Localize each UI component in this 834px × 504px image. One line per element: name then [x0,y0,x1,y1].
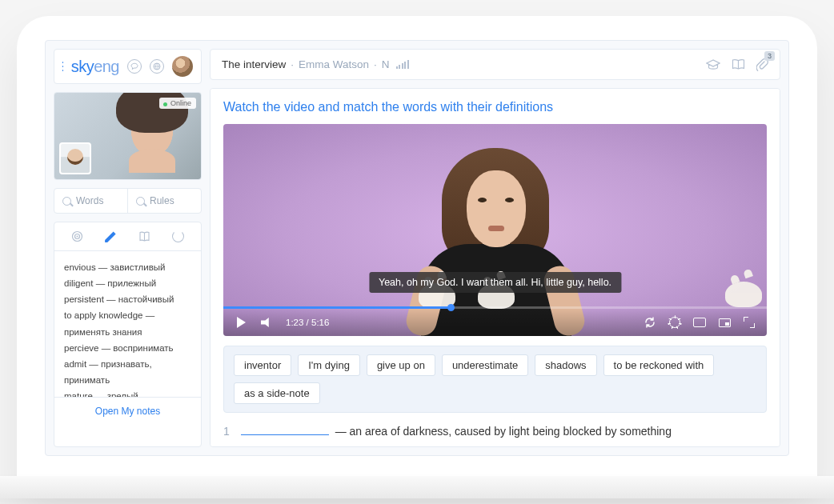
play-button[interactable] [235,316,247,329]
exercise-text: — an area of darkness, caused by light b… [241,424,672,438]
vocab-entry[interactable]: persistent — настойчивый [64,291,191,307]
open-notes-link[interactable]: Open My notes [54,397,201,425]
fullscreen-button[interactable] [743,316,756,329]
kitten-icon [725,282,762,307]
book-icon[interactable] [138,230,150,242]
sidebar: skyeng Online Words Rules [54,49,202,447]
breadcrumb-actions: 3 [706,58,768,71]
captions-button[interactable] [693,316,706,329]
target-icon[interactable] [71,230,83,242]
word-chip[interactable]: underestimate [442,354,528,376]
svg-point-3 [77,236,78,238]
exercise-row: 1 — an area of darkness, caused by light… [223,424,767,438]
breadcrumb-lesson[interactable]: The interview [222,58,286,70]
breadcrumb-topic[interactable]: Emma Watson [299,58,369,70]
volume-button[interactable] [260,316,273,329]
vocab-entry[interactable]: diligent — прилежный [64,275,191,291]
word-bank: inventorI'm dyinggive up onunderestimate… [223,346,767,413]
word-chip[interactable]: to be reckoned with [603,354,715,376]
word-chip[interactable]: inventor [234,354,291,376]
logo-part1: sky [71,58,94,75]
vocab-entry[interactable]: envious — завистливый [64,259,191,275]
search-rules[interactable]: Rules [128,189,201,213]
instruction-text: Watch the video and match the words with… [223,100,767,114]
loop-button[interactable] [644,316,656,329]
header-bar: skyeng [54,49,202,84]
attachment-icon[interactable]: 3 [756,58,768,71]
logo[interactable]: skyeng [71,58,119,76]
definition-text: — an area of darkness, caused by light b… [335,425,672,438]
app-screen: skyeng Online Words Rules [45,40,789,456]
self-view [59,142,91,174]
book-icon[interactable] [732,58,745,70]
search-row: Words Rules [54,188,202,214]
pencil-icon[interactable] [105,230,117,242]
signal-icon [396,60,409,69]
avatar[interactable] [172,56,193,77]
chat-icon[interactable] [127,59,142,74]
attachment-count: 3 [764,51,775,61]
miniplayer-button[interactable] [718,316,731,329]
vocab-entry[interactable]: percieve — воспринимать [64,340,191,356]
vocab-list: envious — завистливыйdiligent — прилежны… [54,251,201,397]
breadcrumb-bar: The interview · Emma Watson · N 3 [210,49,780,80]
graduation-icon[interactable] [706,59,720,70]
word-chip[interactable]: shadows [535,354,596,376]
vocab-entry[interactable]: to apply knowledge — применять знания [64,307,191,339]
refresh-icon[interactable] [172,230,184,242]
breadcrumb-level: N [382,58,390,70]
exercise-number: 1 [223,425,230,438]
vocab-entry[interactable]: mature — зрелый [64,388,191,397]
search-icon [62,197,71,206]
header-icons [127,56,193,77]
word-chip[interactable]: as a side-note [234,382,320,404]
lesson-content: Watch the video and match the words with… [210,88,780,447]
answer-blank[interactable] [241,424,329,435]
vocab-toolbar [54,222,201,251]
vocab-entry[interactable]: admit — признавать, принимать [64,356,191,388]
status-badge: Online [159,98,196,109]
video-controls: 1:23 / 5:16 [223,309,767,336]
search-icon [136,197,145,206]
logo-part2: eng [94,58,119,75]
video-caption: Yeah, oh my God. I want them all. Hi, li… [369,272,621,293]
settings-button[interactable] [668,316,681,329]
word-chip[interactable]: I'm dying [298,354,360,376]
time-display: 1:23 / 5:16 [286,318,329,327]
video-player[interactable]: Yeah, oh my God. I want them all. Hi, li… [223,124,767,336]
vocab-card: envious — завистливыйdiligent — прилежны… [54,222,202,447]
main-area: The interview · Emma Watson · N 3 Watch … [210,49,780,447]
menu-icon[interactable] [62,62,63,71]
laptop-frame: skyeng Online Words Rules [17,16,817,498]
search-words[interactable]: Words [54,189,128,213]
globe-icon[interactable] [150,59,164,74]
word-chip[interactable]: give up on [367,354,435,376]
video-call-thumbnail[interactable]: Online [54,92,202,180]
